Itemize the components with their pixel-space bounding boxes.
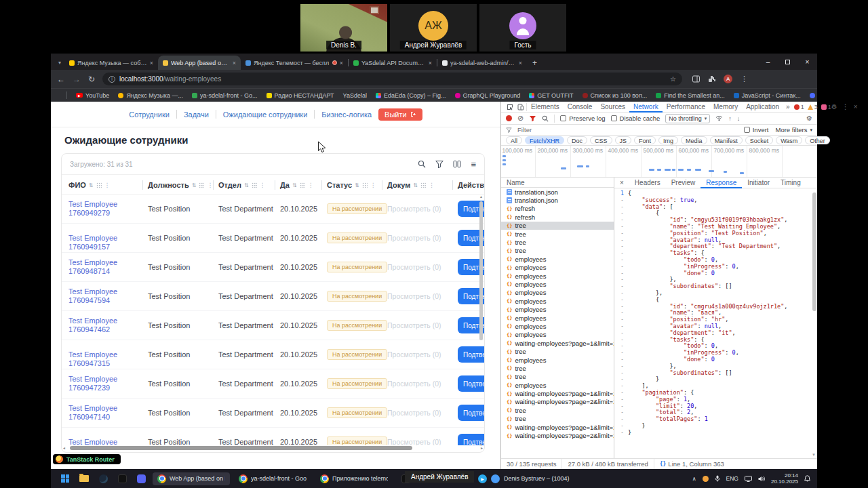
bookmark-item[interactable]: Find the Smallest an... xyxy=(656,92,725,99)
column-header[interactable]: ФИО⇅⋮ xyxy=(68,175,111,195)
network-request-row[interactable]: {}employees xyxy=(501,297,614,305)
bookmark-item[interactable]: Радио НЕСТАНДАРТ xyxy=(267,92,334,99)
network-request-row[interactable]: {}employees xyxy=(501,356,614,364)
bookmark-item[interactable]: GraphQL Playground xyxy=(455,92,521,99)
network-request-row[interactable]: {}tree xyxy=(501,373,614,381)
network-request-row[interactable]: {}tree xyxy=(501,230,614,238)
export-har-icon[interactable]: ↓ xyxy=(737,115,741,122)
bookmark-item[interactable]: JavaScript - Синтак... xyxy=(734,92,801,99)
vertical-scrollbar[interactable]: ▲ ▼ xyxy=(479,196,484,445)
network-conditions-icon[interactable] xyxy=(715,115,723,121)
drag-handle-icon[interactable] xyxy=(300,182,305,188)
language-indicator[interactable]: ENG xyxy=(726,475,738,482)
scrollbar-thumb[interactable] xyxy=(70,446,412,450)
steam-icon[interactable] xyxy=(96,471,111,486)
filter-input[interactable] xyxy=(516,125,706,134)
devtools-tab-memory[interactable]: Memory xyxy=(709,102,742,113)
filter-pill-doc[interactable]: Doc xyxy=(567,136,587,144)
bookmark-star-icon[interactable]: ☆ xyxy=(670,75,676,83)
documents-link[interactable]: Просмотреть (0) xyxy=(387,350,441,359)
columns-icon[interactable] xyxy=(453,160,461,168)
documents-link[interactable]: Просмотреть (0) xyxy=(387,380,441,388)
response-tab-headers[interactable]: Headers xyxy=(629,178,666,188)
display-icon[interactable] xyxy=(745,476,752,482)
import-har-icon[interactable]: ↑ xyxy=(728,115,732,122)
tab-close-icon[interactable]: × xyxy=(519,60,522,66)
discord-icon[interactable] xyxy=(134,471,149,486)
more-filters-button[interactable]: More filters▾ xyxy=(776,126,813,134)
disable-cache-checkbox[interactable]: Disable cache xyxy=(611,115,660,122)
drag-handle-icon[interactable] xyxy=(96,182,102,188)
network-request-row[interactable]: {}tree xyxy=(501,406,614,414)
network-request-row[interactable]: {}tree xyxy=(501,347,614,355)
network-request-row[interactable]: {}waiting-employees?page=2&limit=20 xyxy=(501,431,614,439)
documents-link[interactable]: Просмотреть (0) xyxy=(387,409,441,417)
column-menu-icon[interactable]: ⋮ xyxy=(429,182,435,188)
column-menu-icon[interactable]: ⋮ xyxy=(370,182,376,188)
reload-button[interactable]: ↻ xyxy=(88,75,95,84)
new-tab-button[interactable]: + xyxy=(532,58,537,68)
employee-name-link[interactable]: Test Employee 1760949157 xyxy=(68,234,143,251)
back-button[interactable]: ← xyxy=(57,75,65,84)
microphone-icon[interactable] xyxy=(715,475,720,482)
address-bar[interactable]: i localhost:3000/waiting-employees ☆ xyxy=(102,73,682,85)
employee-name-link[interactable]: Test Employee xyxy=(68,438,143,445)
tanstack-router-badge[interactable]: TanStack Router xyxy=(53,454,121,464)
site-info-icon[interactable]: i xyxy=(108,76,115,83)
column-header[interactable]: Статус⇅⋮ xyxy=(327,175,376,195)
taskbar-app[interactable]: ya-sdelal-front - Google xyxy=(234,472,311,485)
error-badge[interactable]: 1 xyxy=(794,104,804,110)
invert-checkbox[interactable]: Invert xyxy=(744,126,769,134)
employee-name-link[interactable]: Test Employee1760947239 xyxy=(68,375,143,392)
scrollbar-thumb[interactable] xyxy=(479,201,483,340)
network-request-row[interactable]: {}tree xyxy=(501,238,614,246)
network-request-row[interactable]: {}employees xyxy=(501,264,614,272)
start-button[interactable] xyxy=(58,471,73,486)
network-request-row[interactable]: {}refresh xyxy=(501,205,614,213)
speaker-icon[interactable] xyxy=(758,476,765,482)
throttling-dropdown[interactable]: No throttling▾ xyxy=(665,114,710,123)
network-search-icon[interactable] xyxy=(542,115,549,122)
tray-app-icon[interactable] xyxy=(703,476,709,482)
column-menu-icon[interactable]: ⋮ xyxy=(308,182,314,188)
employee-name-link[interactable]: Test Employee1760949279 xyxy=(68,200,143,218)
close-request-icon[interactable]: × xyxy=(614,179,629,186)
employee-name-link[interactable]: Test Employee1760947462 xyxy=(68,317,143,334)
dark-app-icon[interactable] xyxy=(115,471,130,486)
column-header[interactable]: Действия xyxy=(458,175,485,195)
browser-tab[interactable]: Яндекс Музыка — собираем× xyxy=(64,56,158,70)
network-request-row[interactable]: {}employees xyxy=(501,280,614,288)
nav-link-2[interactable]: Задачи xyxy=(184,110,209,119)
forward-button[interactable]: → xyxy=(73,75,81,84)
filter-pill-other[interactable]: Other xyxy=(805,136,830,144)
bookmark-item[interactable]: DeepSeek - Into the... xyxy=(810,92,817,99)
documents-link[interactable]: Просмотреть (0) xyxy=(387,321,441,329)
hidden-icons-chevron[interactable]: ∧ xyxy=(692,476,696,482)
scroll-up-arrow[interactable]: ▲ xyxy=(479,195,484,199)
sort-icon[interactable]: ⇅ xyxy=(292,182,297,188)
settings-gear-icon[interactable]: ⚙ xyxy=(831,103,837,110)
filter-icon[interactable] xyxy=(435,160,443,168)
filter-pill-font[interactable]: Font xyxy=(634,136,656,144)
tab-close-icon[interactable]: × xyxy=(429,60,432,66)
devtools-tab-console[interactable]: Console xyxy=(564,102,597,113)
network-request-row[interactable]: {}employees xyxy=(501,314,614,322)
preserve-log-checkbox[interactable]: Preserve log xyxy=(560,115,605,122)
drag-handle-icon[interactable] xyxy=(420,182,426,188)
network-request-row[interactable]: {}tree xyxy=(501,415,614,423)
bookmark-item[interactable]: ya-sdelal-front - Go... xyxy=(192,92,258,99)
browser-menu-icon[interactable]: ⋮ xyxy=(741,75,748,83)
response-tab-response[interactable]: Response xyxy=(701,178,742,188)
bookmark-item[interactable]: GET OUTFIT xyxy=(529,92,573,99)
more-tabs-icon[interactable]: » xyxy=(783,103,793,110)
employee-name-link[interactable]: Test Employee1760948714 xyxy=(68,258,143,276)
browser-tab[interactable]: ya-sdelal-web-admin/api_requ× xyxy=(437,56,527,70)
taskbar-app[interactable]: Приложению telemost xyxy=(315,472,393,485)
column-header[interactable]: Должность⇅⋮ xyxy=(148,175,213,195)
column-header[interactable]: Да⇅⋮ xyxy=(280,175,314,195)
drag-handle-icon[interactable] xyxy=(362,182,368,188)
side-panel-icon[interactable] xyxy=(692,75,700,83)
sort-icon[interactable]: ⇅ xyxy=(413,182,418,188)
filter-pill-socket[interactable]: Socket xyxy=(745,136,774,144)
tab-close-icon[interactable]: × xyxy=(150,60,153,66)
